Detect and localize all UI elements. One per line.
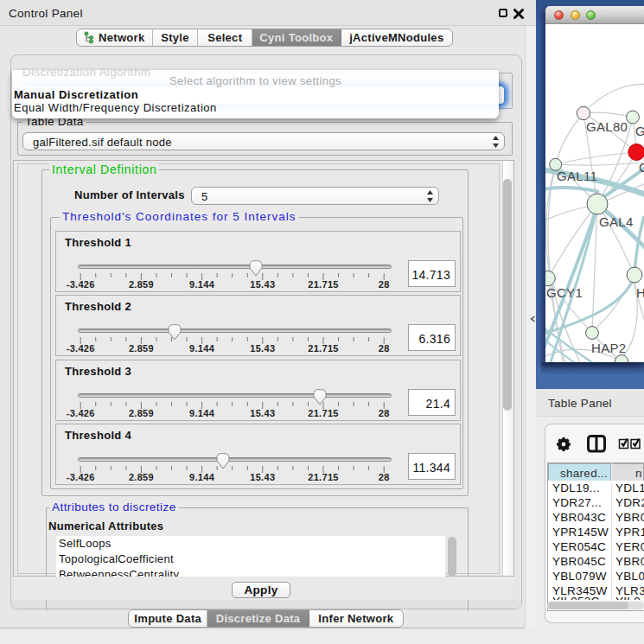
svg-text:GA: GA — [635, 124, 644, 138]
svg-text:GAL4: GAL4 — [599, 214, 634, 229]
svg-text:GAL11: GAL11 — [557, 169, 597, 183]
svg-text:GAL80: GAL80 — [586, 119, 628, 134]
svg-text:CY: CY — [639, 160, 644, 175]
svg-text:HAP2: HAP2 — [591, 341, 626, 355]
svg-text:GCY1: GCY1 — [546, 285, 583, 300]
svg-text:HA: HA — [636, 285, 644, 300]
